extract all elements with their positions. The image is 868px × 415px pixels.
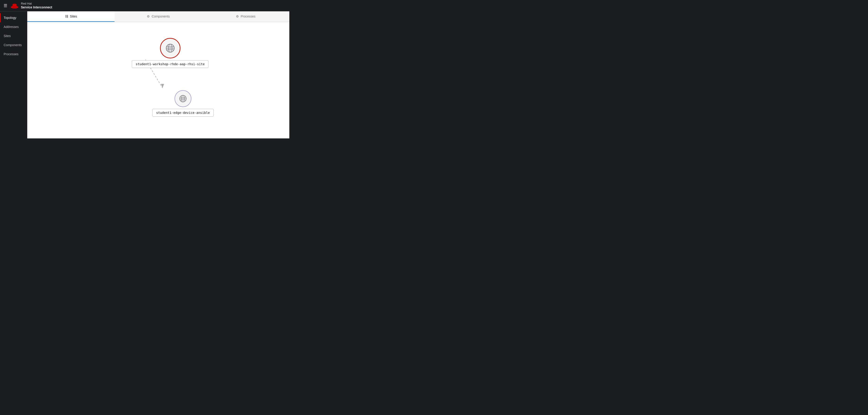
- main-content: ⛓ Sites ⚙ Components ⚙ Processes: [27, 11, 289, 138]
- sites-tab-icon: ⛓: [65, 14, 68, 18]
- product-name: Service Interconnect: [21, 5, 52, 9]
- sidebar: Topology Addresses Sites Components Proc…: [0, 11, 27, 138]
- app-layout: Topology Addresses Sites Components Proc…: [0, 11, 289, 138]
- svg-point-1: [12, 4, 17, 6]
- components-tab-icon: ⚙: [147, 14, 150, 18]
- logo-area: Red Hat Service Interconnect: [10, 2, 52, 9]
- sidebar-item-addresses[interactable]: Addresses: [0, 22, 27, 31]
- processes-tab-icon: ⚙: [236, 14, 239, 18]
- node1-label: student1-workshop-rhde-aap-rhsi-site: [132, 60, 209, 68]
- brand-name: Red Hat: [21, 2, 52, 5]
- sidebar-item-components[interactable]: Components: [0, 40, 27, 50]
- sidebar-item-processes[interactable]: Processes: [0, 50, 27, 59]
- globe-icon-1: [165, 43, 175, 53]
- tab-components[interactable]: ⚙ Components: [115, 11, 202, 22]
- tab-sites[interactable]: ⛓ Sites: [27, 11, 115, 22]
- tab-processes-label: Processes: [241, 14, 255, 18]
- tab-sites-label: Sites: [70, 14, 77, 18]
- node1-circle[interactable]: [160, 38, 181, 58]
- globe-icon-2: [179, 95, 187, 103]
- node2-circle[interactable]: [175, 90, 191, 107]
- tab-bar: ⛓ Sites ⚙ Components ⚙ Processes: [27, 11, 289, 22]
- app-title: Red Hat Service Interconnect: [21, 2, 52, 9]
- tab-components-label: Components: [152, 14, 169, 18]
- node2-label: student1-edge-device-ansible: [152, 109, 214, 117]
- sidebar-item-topology[interactable]: Topology: [0, 13, 27, 22]
- node-group-2[interactable]: student1-edge-device-ansible: [152, 90, 214, 117]
- tab-processes[interactable]: ⚙ Processes: [202, 11, 289, 22]
- redhat-logo-icon: [10, 2, 19, 9]
- topology-canvas: student1-workshop-rhde-aap-rhsi-site st: [27, 22, 289, 138]
- hamburger-icon[interactable]: ☰: [4, 3, 7, 8]
- node-group-1[interactable]: student1-workshop-rhde-aap-rhsi-site: [132, 38, 209, 68]
- sidebar-item-sites[interactable]: Sites: [0, 31, 27, 40]
- svg-marker-3: [161, 84, 164, 88]
- app-header: ☰ Red Hat Service Interconnect: [0, 0, 289, 11]
